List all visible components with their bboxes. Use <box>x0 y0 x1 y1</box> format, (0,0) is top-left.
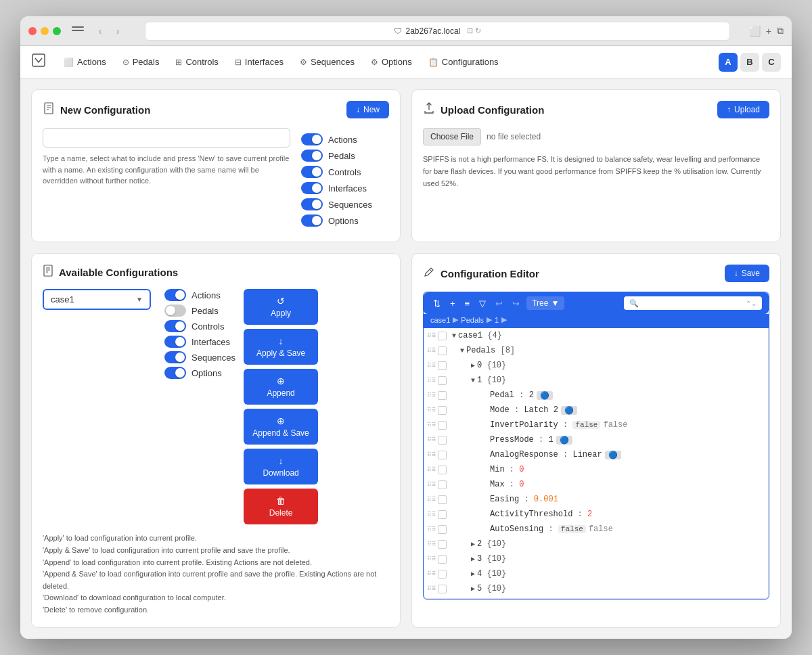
tree-checkbox[interactable] <box>438 406 447 415</box>
drag-handle[interactable]: ⠿⠿ <box>427 511 436 518</box>
toggle-interfaces[interactable] <box>301 182 323 194</box>
tree-checkbox[interactable] <box>438 555 447 564</box>
avail-toggle-pedals[interactable] <box>164 304 186 317</box>
nav-actions[interactable]: ⬜ Actions <box>57 53 113 71</box>
drag-handle[interactable]: ⠿⠿ <box>427 332 436 340</box>
nav-pedals[interactable]: ⊙ Pedals <box>116 53 166 71</box>
tree-pedal-4-row[interactable]: ⠿⠿ ▶ 4 { 10 } <box>424 566 768 581</box>
expand-pedals[interactable]: ▼ <box>460 347 464 355</box>
avail-toggle-options[interactable] <box>164 367 186 379</box>
tree-checkbox[interactable] <box>438 540 447 549</box>
tree-pedals-row[interactable]: ⠿⠿ ▼ Pedals [ 8 ] <box>424 343 768 358</box>
pressmode-badge[interactable]: 🔵 <box>556 436 572 445</box>
tree-view-button[interactable]: Tree ▼ <box>526 296 564 310</box>
tree-field-pressmode[interactable]: ⠿⠿ PressMode : 1 🔵 <box>424 432 768 447</box>
drag-handle[interactable]: ⠿⠿ <box>427 556 436 563</box>
forward-button[interactable]: › <box>110 23 126 39</box>
tree-field-activity[interactable]: ⠿⠿ ActivityThreshold : 2 <box>424 507 768 522</box>
drag-handle[interactable]: ⠿⠿ <box>427 377 436 384</box>
toolbar-funnel-icon[interactable]: ▽ <box>476 297 489 310</box>
tree-pedal-2-row[interactable]: ⠿⠿ ▶ 2 { 10 } <box>424 537 768 551</box>
expand-5[interactable]: ▶ <box>471 585 475 593</box>
autosensing-false-badge[interactable]: false <box>558 525 586 533</box>
tree-pedal-5-row[interactable]: ⠿⠿ ▶ 5 { 10 } <box>424 581 768 596</box>
analog-badge[interactable]: 🔵 <box>605 451 621 459</box>
tree-checkbox[interactable] <box>438 376 447 385</box>
editor-tree[interactable]: ⠿⠿ ▼ case1 { 4 } ⠿⠿ ▼ <box>424 328 769 599</box>
tree-checkbox[interactable] <box>438 421 447 430</box>
upload-button[interactable]: ↑ Upload <box>717 101 769 118</box>
search-arrows-icon[interactable]: ⌃⌄ <box>746 300 757 307</box>
toggle-actions[interactable] <box>301 133 323 145</box>
toolbar-undo-icon[interactable]: ↩ <box>493 297 505 310</box>
tree-field-autosensing[interactable]: ⠿⠿ AutoSensing : false false <box>424 522 768 537</box>
drag-handle[interactable]: ⠿⠿ <box>427 436 436 444</box>
tree-checkbox[interactable] <box>438 391 447 400</box>
delete-button[interactable]: 🗑 Delete <box>244 489 318 524</box>
badge-b[interactable]: B <box>740 53 759 72</box>
tree-field-invert[interactable]: ⠿⠿ InvertPolarity : false false <box>424 417 768 432</box>
breadcrumb-case1[interactable]: case1 <box>430 316 450 324</box>
expand-root[interactable]: ▼ <box>452 332 456 340</box>
tree-field-max[interactable]: ⠿⠿ Max : 0 <box>424 477 768 492</box>
tree-checkbox[interactable] <box>438 525 447 534</box>
drag-handle[interactable]: ⠿⠿ <box>427 466 436 474</box>
expand-4[interactable]: ▶ <box>471 570 475 578</box>
breadcrumb-1[interactable]: 1 <box>495 316 499 324</box>
badge-c[interactable]: C <box>762 53 781 72</box>
download-button[interactable]: ↓ Download <box>244 449 318 484</box>
tree-field-mode[interactable]: ⠿⠿ Mode : Latch 2 🔵 <box>424 403 768 417</box>
tree-checkbox[interactable] <box>438 346 447 355</box>
avail-toggle-interfaces[interactable] <box>164 336 186 348</box>
tree-checkbox[interactable] <box>438 570 447 579</box>
tree-checkbox[interactable] <box>438 480 447 489</box>
new-button[interactable]: ↓ New <box>346 101 389 118</box>
address-bar[interactable]: 🛡 2ab267ac.local ⊡ ↻ <box>145 22 730 41</box>
nav-interfaces[interactable]: ⊟ Interfaces <box>228 53 290 71</box>
tree-checkbox[interactable] <box>438 466 447 474</box>
minimize-button[interactable] <box>41 27 49 35</box>
tree-pedal-3-row[interactable]: ⠿⠿ ▶ 3 { 10 } <box>424 551 768 566</box>
nav-controls[interactable]: ⊞ Controls <box>168 53 225 71</box>
tree-checkbox[interactable] <box>438 510 447 519</box>
maximize-button[interactable] <box>53 27 61 35</box>
editor-search-input[interactable] <box>641 298 743 308</box>
append-button[interactable]: ⊕ Append <box>244 369 318 405</box>
tree-pedal-1-row[interactable]: ⠿⠿ ▼ 1 { 10 } <box>424 373 768 388</box>
expand-3[interactable]: ▶ <box>471 555 475 563</box>
tree-checkbox[interactable] <box>438 436 447 445</box>
toggle-sequences[interactable] <box>301 198 323 210</box>
config-selector[interactable]: case1 ▼ <box>43 289 151 310</box>
drag-handle[interactable]: ⠿⠿ <box>427 570 436 578</box>
tree-root-row[interactable]: ⠿⠿ ▼ case1 { 4 } <box>424 328 768 343</box>
append-save-button[interactable]: ⊕ Append & Save <box>244 409 318 445</box>
apply-button[interactable]: ↺ Apply <box>244 289 318 325</box>
mode-badge[interactable]: 🔵 <box>561 406 577 415</box>
tree-field-easing[interactable]: ⠿⠿ Easing : 0.001 <box>424 492 768 507</box>
drag-handle[interactable]: ⠿⠿ <box>427 347 436 355</box>
back-button[interactable]: ‹ <box>92 23 108 39</box>
drag-handle[interactable]: ⠿⠿ <box>427 496 436 503</box>
drag-handle[interactable]: ⠿⠿ <box>427 585 436 593</box>
drag-handle[interactable]: ⠿⠿ <box>427 526 436 533</box>
share-icon[interactable]: ⬜ <box>749 26 761 37</box>
toolbar-sort-icon[interactable]: ⇅ <box>430 297 443 310</box>
tree-checkbox[interactable] <box>438 361 447 370</box>
drag-handle[interactable]: ⠿⠿ <box>427 392 436 399</box>
drag-handle[interactable]: ⠿⠿ <box>427 481 436 489</box>
toggle-controls[interactable] <box>301 166 323 178</box>
new-tab-icon[interactable]: + <box>766 26 771 37</box>
sidebar-toggle[interactable] <box>72 26 84 36</box>
tree-field-analog[interactable]: ⠿⠿ AnalogResponse : Linear 🔵 <box>424 447 768 462</box>
invert-false-badge[interactable]: false <box>572 421 600 429</box>
tabs-icon[interactable]: ⧉ <box>777 25 784 37</box>
toolbar-filter-icon[interactable]: ≡ <box>462 297 473 310</box>
expand-1[interactable]: ▼ <box>471 377 475 384</box>
close-button[interactable] <box>28 27 37 35</box>
tree-checkbox[interactable] <box>438 495 447 504</box>
drag-handle[interactable]: ⠿⠿ <box>427 422 436 429</box>
expand-2[interactable]: ▶ <box>471 540 475 548</box>
drag-handle[interactable]: ⠿⠿ <box>427 451 436 459</box>
nav-sequences[interactable]: ⚙ Sequences <box>293 53 361 71</box>
choose-file-button[interactable]: Choose File <box>423 128 481 145</box>
